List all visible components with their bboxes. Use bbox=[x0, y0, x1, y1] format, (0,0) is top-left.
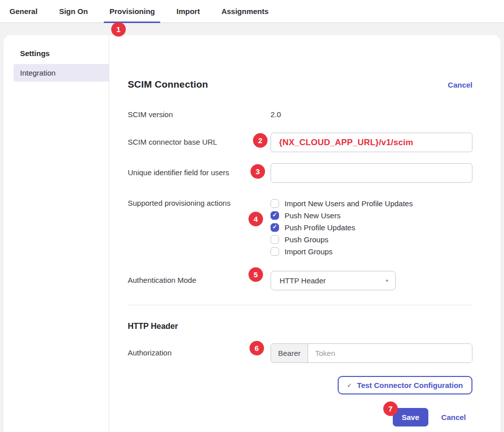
annotation-badge-7: 7 bbox=[383, 401, 398, 416]
sidebar-item-integration[interactable]: Integration bbox=[14, 64, 109, 82]
action-push-new-users[interactable]: Push New Users bbox=[271, 209, 472, 221]
checkbox-icon[interactable] bbox=[271, 247, 279, 256]
action-label: Push New Users bbox=[285, 211, 341, 220]
checkbox-icon[interactable] bbox=[271, 223, 279, 232]
test-connector-button[interactable]: ✓ Test Connector Configuration bbox=[338, 376, 472, 394]
token-input[interactable] bbox=[308, 344, 472, 362]
action-label: Import Groups bbox=[285, 247, 333, 256]
provisioning-actions-label: Supported provisioning actions bbox=[128, 197, 271, 207]
annotation-badge-4: 4 bbox=[248, 212, 263, 226]
annotation-badge-3: 3 bbox=[250, 164, 265, 179]
checkbox-icon[interactable] bbox=[271, 235, 279, 244]
checkbox-icon[interactable] bbox=[271, 199, 279, 208]
scim-version-row: SCIM version 2.0 bbox=[128, 110, 472, 119]
tab-general[interactable]: General bbox=[8, 0, 39, 23]
base-url-label: SCIM connector base URL bbox=[128, 133, 271, 146]
annotation-badge-5: 5 bbox=[248, 267, 263, 282]
unique-id-row: Unique identifier field for users bbox=[128, 163, 472, 183]
tab-provisioning[interactable]: Provisioning bbox=[108, 0, 156, 23]
action-label: Push Groups bbox=[285, 235, 329, 244]
test-connector-label: Test Connector Configuration bbox=[357, 381, 463, 389]
annotation-badge-1: 1 bbox=[111, 22, 126, 37]
action-import-new-users[interactable]: Import New Users and Profile Updates bbox=[271, 197, 472, 209]
unique-id-input[interactable] bbox=[271, 163, 472, 183]
scim-version-label: SCIM version bbox=[128, 110, 271, 119]
form-footer: Save Cancel bbox=[128, 408, 466, 426]
auth-mode-select[interactable]: HTTP Header ▾ bbox=[271, 271, 396, 290]
save-button[interactable]: Save bbox=[393, 408, 428, 426]
annotation-badge-2: 2 bbox=[253, 133, 268, 148]
check-icon: ✓ bbox=[347, 382, 352, 389]
base-url-row: SCIM connector base URL bbox=[128, 133, 472, 152]
form-header: SCIM Connection Cancel bbox=[128, 79, 472, 90]
app-tabbar: General Sign On Provisioning Import Assi… bbox=[0, 0, 504, 23]
test-connector-row: ✓ Test Connector Configuration bbox=[128, 376, 472, 394]
auth-mode-row: Authentication Mode HTTP Header ▾ bbox=[128, 271, 472, 290]
bearer-prefix: Bearer bbox=[271, 344, 308, 362]
auth-mode-value: HTTP Header bbox=[280, 276, 326, 285]
authorization-label: Authorization bbox=[128, 343, 271, 357]
provisioning-actions-row: Supported provisioning actions Import Ne… bbox=[128, 197, 472, 257]
tab-sign-on[interactable]: Sign On bbox=[58, 0, 90, 23]
action-label: Push Profile Updates bbox=[285, 223, 355, 232]
scim-connection-form: SCIM Connection Cancel SCIM version 2.0 … bbox=[109, 35, 500, 432]
http-header-section-title: HTTP Header bbox=[128, 322, 472, 331]
checkbox-icon[interactable] bbox=[271, 211, 279, 220]
action-push-profile-updates[interactable]: Push Profile Updates bbox=[271, 221, 472, 233]
settings-sidebar: Settings Integration bbox=[4, 35, 109, 432]
annotation-badge-6: 6 bbox=[249, 341, 264, 355]
provisioning-panel: Settings Integration SCIM Connection Can… bbox=[4, 35, 500, 432]
action-import-groups[interactable]: Import Groups bbox=[271, 245, 472, 257]
cancel-link-top[interactable]: Cancel bbox=[448, 81, 472, 89]
provisioning-actions-list: Import New Users and Profile Updates Pus… bbox=[271, 197, 472, 257]
cancel-link-bottom[interactable]: Cancel bbox=[441, 413, 466, 421]
scim-version-value: 2.0 bbox=[271, 110, 472, 119]
sidebar-title: Settings bbox=[20, 49, 109, 58]
tab-import[interactable]: Import bbox=[175, 0, 201, 23]
authorization-row: Authorization Bearer bbox=[128, 343, 472, 363]
tab-assignments[interactable]: Assignments bbox=[220, 0, 270, 23]
section-divider bbox=[128, 305, 472, 305]
unique-id-label: Unique identifier field for users bbox=[128, 163, 271, 177]
page-title: SCIM Connection bbox=[128, 79, 208, 90]
bearer-token-group: Bearer bbox=[271, 343, 472, 363]
action-label: Import New Users and Profile Updates bbox=[285, 199, 413, 208]
chevron-down-icon: ▾ bbox=[386, 278, 388, 283]
base-url-input[interactable] bbox=[271, 133, 472, 152]
action-push-groups[interactable]: Push Groups bbox=[271, 233, 472, 245]
